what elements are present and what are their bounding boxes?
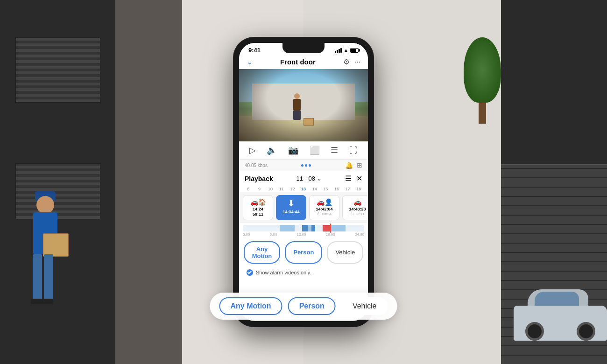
connection-bar: 40.85 kbps 🔔 ⊞ <box>239 160 368 171</box>
progress-timeline[interactable]: 0:00 6:00 12:00 18:00 24:00 <box>239 223 368 238</box>
notch <box>282 43 325 53</box>
connection-icons: 🔔 ⊞ <box>345 161 362 169</box>
battery-icon <box>350 48 359 53</box>
phone-wrapper: 9:41 ▲ ⌄ Front door <box>233 37 374 327</box>
timeline-hours: 8 9 10 11 12 13 14 15 16 17 18 <box>239 186 368 192</box>
timeline-cursor <box>330 224 331 233</box>
person-head <box>36 196 54 214</box>
window-blind-upper <box>15 37 100 103</box>
settings-icon[interactable]: ⚙ <box>343 57 350 66</box>
car-wheel-right <box>577 322 595 341</box>
person-package <box>43 233 69 257</box>
header-actions: ⚙ ··· <box>343 57 360 66</box>
clip-type-icon: 🚗🏠 <box>246 198 270 206</box>
date-chevron-icon: ⌄ <box>317 175 322 182</box>
alarm-icon[interactable]: 🔔 <box>345 161 353 169</box>
timeline-labels: 0:00 6:00 12:00 18:00 24:00 <box>243 232 364 237</box>
clips-scroll[interactable]: 🚗🏠 14:2459:11 ⬇ 14:34:44 🚗👤 14:42:04 ⏱ 0… <box>239 192 368 223</box>
connection-dots <box>301 164 311 167</box>
playback-date[interactable]: 11 - 08 ⌄ <box>296 175 322 182</box>
signal-icon <box>335 48 342 53</box>
status-time: 9:41 <box>248 47 261 54</box>
alarm-label: Show alarm videos only. <box>256 270 311 275</box>
person-foot-right <box>42 299 53 304</box>
alarm-checkbox[interactable] <box>247 269 253 276</box>
phone-device: 9:41 ▲ ⌄ Front door <box>233 37 374 327</box>
overlay-any-motion-button[interactable]: Any Motion <box>219 297 282 315</box>
car <box>514 289 607 350</box>
clip-item[interactable]: 🚗👤 14:42:04 ⏱ 00:24 <box>309 195 339 220</box>
camera-title: Front door <box>280 58 316 66</box>
volume-button[interactable]: 🔈 <box>267 145 277 155</box>
car-wheel-left <box>525 322 544 341</box>
wifi-icon: ▲ <box>344 48 348 53</box>
tree <box>464 37 501 121</box>
phone-screen: 9:41 ▲ ⌄ Front door <box>239 43 368 321</box>
more-options-icon[interactable]: ··· <box>354 58 360 66</box>
car-body <box>514 306 607 341</box>
filter-section: Any Motion Person Vehicle <box>239 238 368 267</box>
fullscreen-button[interactable]: ⛶ <box>349 146 358 155</box>
overlay-person-button[interactable]: Person <box>288 297 336 315</box>
camera-feed[interactable] <box>239 69 368 141</box>
record-button[interactable]: ⬜ <box>310 145 320 155</box>
status-icons: ▲ <box>335 48 359 53</box>
overlay-vehicle-button[interactable]: Vehicle <box>341 297 388 315</box>
playback-title: Playback <box>245 175 273 182</box>
delivery-person <box>24 196 66 327</box>
playback-header: Playback 11 - 08 ⌄ ☰ ✕ <box>239 171 368 186</box>
playlist-icon[interactable]: ☰ <box>345 174 352 183</box>
playback-actions: ☰ ✕ <box>345 174 362 183</box>
expand-icon[interactable]: ⌄ <box>247 57 253 66</box>
clip-item[interactable]: 🚗🏠 14:2459:11 <box>243 195 273 220</box>
camera-toolbar: ▷ 🔈 📷 ⬜ ☰ ⛶ <box>239 141 368 160</box>
play-button[interactable]: ▷ <box>249 145 256 155</box>
person-foot-left <box>31 299 42 304</box>
grid-icon[interactable]: ⊞ <box>357 161 362 169</box>
filter-vehicle[interactable]: Vehicle <box>327 241 363 264</box>
tree-trunk <box>479 103 486 124</box>
filter-any-motion[interactable]: Any Motion <box>244 241 281 264</box>
snapshot-button[interactable]: 📷 <box>288 145 298 155</box>
close-playback-button[interactable]: ✕ <box>356 174 362 183</box>
person-leg-right <box>44 254 53 301</box>
fisheye-frame <box>239 69 368 141</box>
person-leg-left <box>33 254 42 301</box>
timeline-bar[interactable] <box>243 225 364 231</box>
overlay-filter-buttons: Any Motion Person Vehicle <box>210 293 397 320</box>
wall-stone-panel <box>115 0 182 364</box>
menu-button[interactable]: ☰ <box>331 145 338 155</box>
filter-person[interactable]: Person <box>285 241 322 264</box>
clip-item[interactable]: 🚗 14:48:23 ⏱ 12:11 <box>342 195 368 220</box>
tree-canopy <box>464 37 501 103</box>
clip-item-selected[interactable]: ⬇ 14:34:44 <box>276 195 306 220</box>
alarm-row: Show alarm videos only. <box>239 267 368 279</box>
app-header: ⌄ Front door ⚙ ··· <box>239 56 368 69</box>
bitrate-label: 40.85 kbps <box>245 163 268 168</box>
